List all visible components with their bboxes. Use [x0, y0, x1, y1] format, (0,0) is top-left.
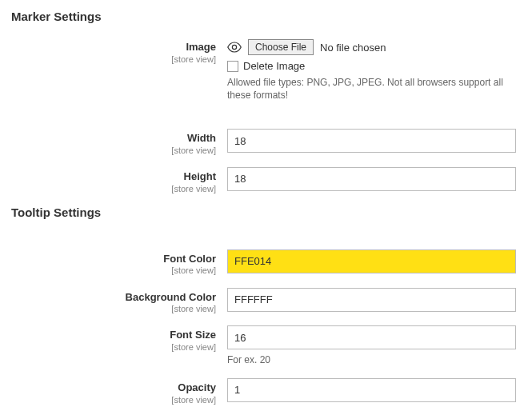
label-height: Height [11, 170, 216, 183]
label-col: Background Color [store view] [11, 288, 227, 315]
label-image: Image [11, 41, 216, 54]
label-col: Opacity [store view] [11, 378, 227, 405]
svg-point-0 [232, 45, 236, 49]
scope-label: [store view] [11, 265, 216, 276]
field-background-color: Background Color [store view] [11, 288, 521, 315]
label-width: Width [11, 132, 216, 145]
section-title-marker: Marker Settings [11, 10, 521, 23]
preview-eye-icon[interactable] [227, 42, 242, 53]
background-color-input[interactable] [227, 288, 516, 312]
field-font-size: Font Size [store view] For ex. 20 [11, 325, 521, 367]
field-font-color: Font Color [store view] [11, 249, 521, 277]
label-col: Font Color [store view] [11, 249, 227, 277]
scope-label: [store view] [11, 184, 216, 194]
font-size-input[interactable] [227, 325, 516, 349]
opacity-input[interactable] [227, 378, 516, 402]
field-opacity: Opacity [store view] For ex. 1 [11, 378, 521, 407]
label-font-color: Font Color [11, 253, 216, 265]
scope-label: [store view] [11, 395, 216, 405]
scope-label: [store view] [11, 54, 216, 65]
label-background-color: Background Color [11, 291, 216, 304]
allowed-filetypes-note: Allowed file types: PNG, JPG, JPEG. Not … [227, 77, 516, 102]
width-input[interactable] [227, 129, 516, 153]
label-col: Image [store view] [11, 38, 227, 65]
label-col: Width [store view] [11, 129, 227, 156]
height-input[interactable] [227, 167, 516, 191]
delete-image-checkbox[interactable] [227, 61, 238, 72]
font-size-hint: For ex. 20 [227, 354, 516, 367]
scope-label: [store view] [11, 304, 216, 314]
scope-label: [store view] [11, 342, 216, 353]
section-title-tooltip: Tooltip Settings [11, 205, 521, 219]
field-image: Image [store view] Choose File No file c… [11, 38, 521, 102]
field-height: Height [store view] [11, 167, 521, 194]
file-status-text: No file chosen [320, 42, 386, 54]
field-width: Width [store view] [11, 129, 521, 156]
delete-image-label: Delete Image [243, 60, 305, 72]
font-color-input[interactable] [227, 249, 516, 273]
choose-file-button[interactable]: Choose File [248, 39, 314, 55]
label-col: Font Size [store view] [11, 325, 227, 353]
label-font-size: Font Size [11, 329, 216, 341]
label-col: Height [store view] [11, 167, 227, 194]
label-opacity: Opacity [11, 381, 216, 394]
scope-label: [store view] [11, 146, 216, 156]
